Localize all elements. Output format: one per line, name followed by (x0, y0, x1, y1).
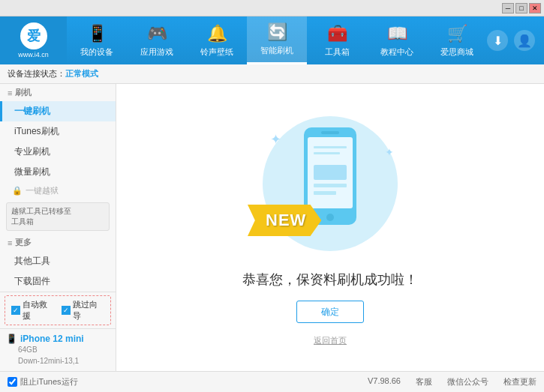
nav-my-device[interactable]: 📱 我的设备 (67, 16, 127, 64)
auto-save-check-icon: ✓ (11, 306, 20, 315)
device-info: 📱 iPhone 12 mini 64GB Down-12mini-13,1 (0, 328, 116, 371)
toolbox-icon: 🧰 (327, 24, 347, 43)
section-jailbreak-label: 一键越狱 (26, 185, 59, 196)
close-button[interactable]: ✕ (529, 3, 541, 13)
logo-area[interactable]: 爱 www.i4.cn (0, 16, 67, 64)
sidebar-item-download-firmware[interactable]: 下载固件 (0, 271, 116, 292)
checkbox-area: ✓ 自动救援 ✓ 跳过向导 (5, 295, 111, 325)
shop-icon: 🛒 (447, 24, 467, 43)
svg-point-2 (326, 214, 334, 221)
sidebar-item-itunes-flash[interactable]: iTunes刷机 (0, 121, 116, 142)
sidebar-item-other-tools[interactable]: 其他工具 (0, 251, 116, 271)
section-more-label: 更多 (15, 237, 32, 248)
svg-rect-8 (314, 191, 336, 195)
footer-left: 阻止iTunes运行 (8, 376, 78, 388)
wechat-public-link[interactable]: 微信公众号 (447, 376, 488, 388)
device-version: Down-12mini-13,1 (6, 355, 110, 367)
version-label: V7.98.66 (368, 376, 401, 388)
success-text: 恭喜您，保资料刷机成功啦！ (242, 271, 418, 289)
svg-rect-7 (314, 184, 347, 187)
window-controls[interactable]: ─ □ ✕ (502, 3, 541, 13)
header-right: ⬇ 👤 (487, 30, 544, 51)
sidebar-item-pro-flash[interactable]: 专业刷机 (0, 142, 116, 162)
nav-apps-games-label: 应用游戏 (140, 46, 173, 58)
illustration: ✦ ✦ (242, 109, 418, 346)
phone-badge-container: ✦ ✦ (255, 109, 405, 259)
nav-toolbox[interactable]: 🧰 工具箱 (307, 16, 367, 64)
nav-smart-flash-label: 智能刷机 (260, 45, 293, 56)
itunes-checkbox[interactable] (8, 377, 17, 387)
auto-save-label: 自动救援 (23, 299, 54, 322)
my-device-icon: 📱 (87, 24, 107, 43)
section-more-header: ≡ 更多 (0, 234, 116, 251)
nav-bar: 📱 我的设备 🎮 应用游戏 🔔 铃声壁纸 🔄 智能刷机 🧰 工具箱 📖 教程中心… (67, 16, 487, 64)
device-name: 📱 iPhone 12 mini (6, 334, 110, 344)
customer-service-link[interactable]: 客服 (416, 376, 432, 388)
nav-shop[interactable]: 🛒 爱思商城 (427, 16, 487, 64)
nav-toolbox-label: 工具箱 (325, 46, 350, 58)
maximize-button[interactable]: □ (515, 3, 527, 13)
logo-icon: 爱 (20, 22, 47, 49)
nav-smart-flash[interactable]: 🔄 智能刷机 (247, 16, 307, 64)
other-tools-label: 其他工具 (14, 256, 50, 266)
nav-tutorials-label: 教程中心 (380, 46, 413, 58)
download-firmware-label: 下载固件 (14, 276, 50, 286)
nav-shop-label: 爱思商城 (440, 46, 473, 58)
new-badge: NEW (248, 205, 321, 236)
download-button[interactable]: ⬇ (487, 30, 508, 51)
jailbreak-info-text: 越狱工具已转移至工具箱 (11, 207, 71, 226)
status-mode: 正常模式 (65, 68, 98, 79)
skip-wizard-checkbox[interactable]: ✓ 跳过向导 (62, 299, 104, 322)
sidebar-item-one-click-flash[interactable]: 一键刷机 (0, 101, 116, 121)
device-name-text: iPhone 12 mini (20, 334, 84, 344)
nav-my-device-label: 我的设备 (80, 46, 113, 58)
device-storage: 64GB (6, 344, 110, 355)
footer: 阻止iTunes运行 V7.98.66 客服 微信公众号 检查更新 (0, 371, 544, 392)
user-button[interactable]: 👤 (514, 30, 535, 51)
status-prefix: 设备连接状态： (8, 68, 65, 79)
smart-flash-icon: 🔄 (267, 22, 287, 42)
skip-wizard-label: 跳过向导 (73, 299, 104, 322)
check-update-link[interactable]: 检查更新 (503, 376, 536, 388)
wipe-flash-label: 微量刷机 (14, 166, 50, 177)
section-jailbreak-header: 🔒 一键越狱 (0, 182, 116, 199)
confirm-button[interactable]: 确定 (296, 301, 364, 323)
footer-right: V7.98.66 客服 微信公众号 检查更新 (368, 376, 536, 388)
section-flash-header: ≡ 刷机 (0, 84, 116, 101)
main-area: ≡ 刷机 一键刷机 iTunes刷机 专业刷机 微量刷机 🔒 一键越狱 越狱工具… (0, 84, 544, 371)
status-bar: 设备连接状态： 正常模式 (0, 64, 544, 84)
sidebar-scroll: ≡ 刷机 一键刷机 iTunes刷机 专业刷机 微量刷机 🔒 一键越狱 越狱工具… (0, 84, 116, 292)
svg-rect-5 (314, 152, 340, 154)
svg-rect-6 (314, 165, 347, 180)
svg-rect-4 (314, 146, 347, 148)
minimize-button[interactable]: ─ (502, 3, 514, 13)
itunes-status-label: 阻止iTunes运行 (20, 376, 78, 388)
tutorials-icon: 📖 (387, 24, 407, 43)
title-bar: ─ □ ✕ (0, 0, 544, 16)
sparkle-right-icon: ✦ (385, 146, 394, 158)
nav-tutorials[interactable]: 📖 教程中心 (367, 16, 427, 64)
sidebar-item-wipe-flash[interactable]: 微量刷机 (0, 162, 116, 182)
lock-icon: 🔒 (12, 186, 23, 196)
section-flash-icon: ≡ (8, 88, 12, 97)
new-badge-text: NEW (266, 211, 306, 229)
apps-games-icon: 🎮 (147, 24, 167, 43)
header: 爱 www.i4.cn 📱 我的设备 🎮 应用游戏 🔔 铃声壁纸 🔄 智能刷机 … (0, 16, 544, 64)
logo-url: www.i4.cn (18, 51, 49, 58)
itunes-flash-label: iTunes刷机 (14, 126, 59, 136)
pro-flash-label: 专业刷机 (14, 146, 50, 157)
sparkle-left-icon: ✦ (270, 131, 281, 148)
content-area: ✦ ✦ (116, 84, 544, 371)
section-more-icon: ≡ (8, 238, 12, 247)
nav-ringtones[interactable]: 🔔 铃声壁纸 (187, 16, 247, 64)
section-flash-label: 刷机 (15, 87, 32, 98)
phone-icon: 📱 (6, 334, 17, 344)
sidebar: ≡ 刷机 一键刷机 iTunes刷机 专业刷机 微量刷机 🔒 一键越狱 越狱工具… (0, 84, 116, 371)
back-home-link[interactable]: 返回首页 (314, 335, 347, 346)
ringtones-icon: 🔔 (207, 24, 227, 43)
nav-apps-games[interactable]: 🎮 应用游戏 (127, 16, 187, 64)
auto-save-checkbox[interactable]: ✓ 自动救援 (11, 299, 54, 322)
sidebar-footer: ✓ 自动救援 ✓ 跳过向导 📱 iPhone 12 mini 64GB Down… (0, 292, 116, 371)
svg-rect-3 (321, 131, 339, 134)
nav-ringtones-label: 铃声壁纸 (200, 46, 233, 58)
